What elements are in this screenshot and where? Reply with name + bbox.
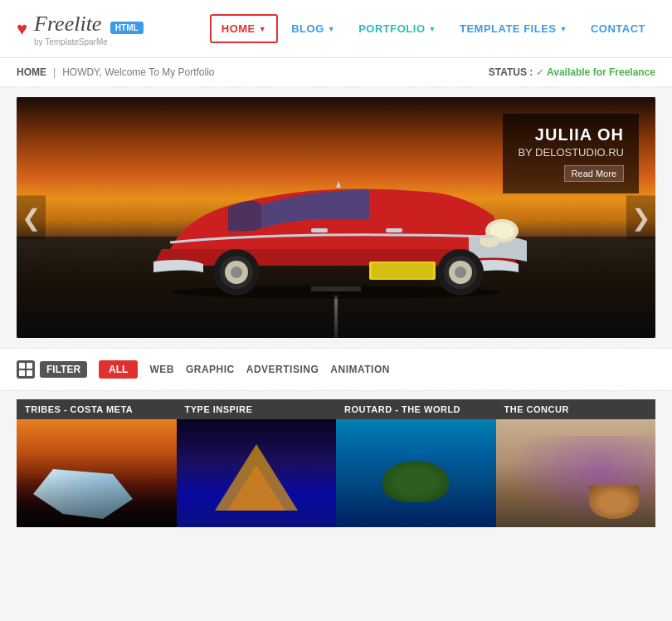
filter-advertising-button[interactable]: ADVERTISING xyxy=(246,364,319,375)
portfolio-item-label-type: TYPE INSPIRE xyxy=(177,399,337,419)
logo-heart-icon: ♥ xyxy=(17,18,27,40)
logo-block: Freelite HTML by TemplateSparMe xyxy=(34,12,144,46)
main-nav: HOME ▼ BLOG ▼ PORTFOLIO ▼ TEMPLATE FILES… xyxy=(210,14,655,43)
filter-bar: FILTER ALL WEB GRAPHIC ADVERTISING ANIMA… xyxy=(0,348,672,391)
status-area: STATUS : ✓ Available for Freelance xyxy=(489,66,655,78)
hero-slider: JULIIA OH BY DELOSTUDIO.RU Read More ❮ ❯ xyxy=(17,97,655,338)
portfolio-item-tribes[interactable]: TRIBES - COSTA META xyxy=(17,399,177,527)
ice-shape xyxy=(33,469,133,519)
svg-point-8 xyxy=(455,266,466,278)
nav-template-files[interactable]: TEMPLATE FILES ▼ xyxy=(450,16,577,42)
slider-caption: JULIIA OH BY DELOSTUDIO.RU Read More xyxy=(503,114,639,193)
status-label: STATUS : xyxy=(489,66,533,78)
slider-image: JULIIA OH BY DELOSTUDIO.RU Read More ❮ ❯ xyxy=(17,97,655,338)
nav-home-arrow: ▼ xyxy=(259,25,266,33)
caption-by: BY DELOSTUDIO.RU xyxy=(518,146,624,159)
slider-prev-button[interactable]: ❮ xyxy=(17,196,46,240)
nav-blog[interactable]: BLOG ▼ xyxy=(281,16,345,42)
nav-contact[interactable]: CONTACT xyxy=(581,16,655,42)
logo-area: ♥ Freelite HTML by TemplateSparMe xyxy=(17,12,144,46)
svg-point-12 xyxy=(231,266,242,278)
nav-portfolio[interactable]: PORTFOLIO ▼ xyxy=(348,16,446,42)
filter-animation-button[interactable]: ANIMATION xyxy=(330,364,390,375)
turtle-shape xyxy=(382,461,449,502)
caption-title: JULIIA OH xyxy=(518,125,624,144)
breadcrumb-separator: | xyxy=(53,66,56,78)
car-illustration xyxy=(120,133,552,302)
nav-template-arrow: ▼ xyxy=(559,25,567,33)
header: ♥ Freelite HTML by TemplateSparMe HOME ▼… xyxy=(0,0,672,58)
logo-sub: by TemplateSparMe xyxy=(34,38,144,46)
logo-text: Freelite xyxy=(34,12,101,36)
breadcrumb-text: HOWDY, Welcome To My Portfolio xyxy=(62,66,214,78)
portfolio-thumb-concur xyxy=(496,419,656,527)
breadcrumb-home[interactable]: HOME xyxy=(17,66,46,78)
breadcrumb-bar: HOME | HOWDY, Welcome To My Portfolio ST… xyxy=(0,58,672,87)
portfolio-item-label-routard: ROUTARD - THE WORLD xyxy=(336,399,496,419)
nav-home[interactable]: HOME ▼ xyxy=(210,14,278,43)
grid-icon xyxy=(17,360,35,379)
portfolio-thumb-type xyxy=(177,419,337,527)
filter-grid-button[interactable]: FILTER xyxy=(17,360,87,379)
nav-portfolio-arrow: ▼ xyxy=(429,25,436,33)
portfolio-item-label-concur: THE CONCUR xyxy=(496,399,656,419)
filter-all-button[interactable]: ALL xyxy=(99,360,138,379)
filter-label: FILTER xyxy=(40,361,87,378)
road-center-line xyxy=(334,296,338,338)
svg-rect-16 xyxy=(386,228,402,232)
slider-next-button[interactable]: ❯ xyxy=(626,196,655,240)
html-badge: HTML xyxy=(110,22,144,34)
portfolio-grid: TRIBES - COSTA META TYPE INSPIRE ROUTARD… xyxy=(17,399,655,527)
read-more-button[interactable]: Read More xyxy=(564,165,624,182)
portfolio-thumb-tribes xyxy=(17,419,177,527)
svg-rect-14 xyxy=(372,263,433,278)
filter-graphic-button[interactable]: GRAPHIC xyxy=(186,364,235,375)
nav-blog-arrow: ▼ xyxy=(328,25,335,33)
breadcrumb-left: HOME | HOWDY, Welcome To My Portfolio xyxy=(17,66,215,78)
portfolio-item-concur[interactable]: THE CONCUR xyxy=(496,399,656,527)
flower-bowl xyxy=(589,486,639,519)
filter-web-button[interactable]: WEB xyxy=(149,364,174,375)
svg-rect-15 xyxy=(311,228,328,232)
portfolio-item-routard[interactable]: ROUTARD - THE WORLD xyxy=(336,399,496,527)
svg-marker-17 xyxy=(336,181,341,188)
status-check-icon: ✓ xyxy=(536,66,544,78)
portfolio-item-label-tribes: TRIBES - COSTA META xyxy=(17,399,177,419)
status-text: Available for Freelance xyxy=(547,66,655,78)
portfolio-thumb-routard xyxy=(336,419,496,527)
pyramid-inner xyxy=(227,465,285,511)
portfolio-item-type[interactable]: TYPE INSPIRE xyxy=(177,399,337,527)
